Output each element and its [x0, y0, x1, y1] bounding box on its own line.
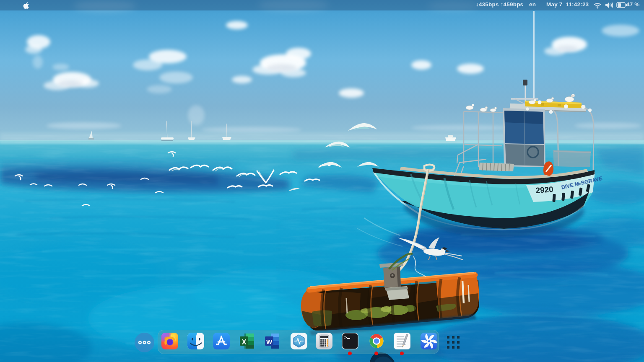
svg-text:>: > — [344, 335, 347, 340]
svg-text:X: X — [242, 339, 247, 346]
svg-text:2920: 2920 — [535, 185, 554, 195]
svg-text:W: W — [266, 338, 273, 345]
